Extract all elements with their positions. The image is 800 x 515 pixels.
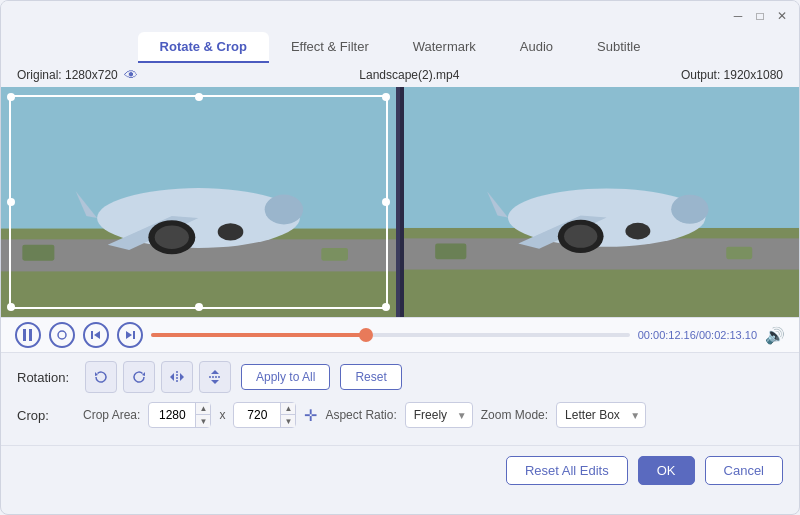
footer: Reset All Edits OK Cancel [1,445,799,495]
crop-height-input[interactable] [234,408,280,422]
svg-rect-23 [726,247,752,259]
main-window: ─ □ ✕ Rotate & Crop Effect & Filter Wate… [0,0,800,515]
reset-all-edits-button[interactable]: Reset All Edits [506,456,628,485]
aspect-ratio-label: Aspect Ratio: [325,408,396,422]
svg-point-26 [58,331,66,339]
crosshair-icon: ✛ [304,406,317,425]
svg-point-20 [564,225,597,248]
playback-time: 00:00:12.16/00:02:13.10 [638,329,757,341]
crop-height-down[interactable]: ▼ [281,415,295,427]
crop-width-input[interactable] [149,408,195,422]
step-back-button[interactable] [83,322,109,348]
tab-subtitle[interactable]: Subtitle [575,32,662,63]
ok-button[interactable]: OK [638,456,695,485]
output-resolution-label: Output: 1920x1080 [681,68,783,82]
filename-label: Landscape(2).mp4 [359,68,459,82]
minimize-button[interactable]: ─ [731,9,745,23]
progress-fill [151,333,366,337]
crop-height-spinners: ▲ ▼ [280,403,295,427]
svg-rect-24 [23,329,26,341]
tab-audio[interactable]: Audio [498,32,575,63]
svg-marker-35 [180,373,184,381]
tab-effect-filter[interactable]: Effect & Filter [269,32,391,63]
crop-height-up[interactable]: ▲ [281,403,295,415]
rotation-row: Rotation: Apply to All Reset [17,361,783,393]
flip-horizontal-button[interactable] [161,361,193,393]
svg-marker-34 [170,373,174,381]
reset-rotation-button[interactable]: Reset [340,364,401,390]
close-button[interactable]: ✕ [775,9,789,23]
tab-watermark[interactable]: Watermark [391,32,498,63]
play-pause-button[interactable] [15,322,41,348]
crop-handle-tr[interactable] [382,93,390,101]
crop-handle-bm[interactable] [195,303,203,311]
tab-rotate-crop[interactable]: Rotate & Crop [138,32,269,63]
crop-height-input-wrap: ▲ ▼ [233,402,296,428]
video-panels [1,87,799,317]
rotate-ccw-button[interactable] [85,361,117,393]
stop-button[interactable] [49,322,75,348]
video-preview-right [404,87,799,317]
aspect-ratio-select-wrap: Freely 16:9 4:3 1:1 9:16 ▼ [405,402,473,428]
svg-marker-38 [211,380,219,384]
progress-bar[interactable] [151,333,630,337]
svg-rect-25 [29,329,32,341]
crop-area-label: Crop Area: [83,408,140,422]
video-original-info: Original: 1280x720 👁 [17,67,138,83]
crop-handle-mr[interactable] [382,198,390,206]
crop-handle-ml[interactable] [7,198,15,206]
crop-width-input-wrap: ▲ ▼ [148,402,211,428]
window-controls: ─ □ ✕ [731,9,789,23]
tabs-bar: Rotate & Crop Effect & Filter Watermark … [1,25,799,63]
rotation-buttons [85,361,231,393]
svg-point-16 [671,195,708,224]
title-bar: ─ □ ✕ [1,1,799,25]
progress-thumb[interactable] [359,328,373,342]
apply-to-all-button[interactable]: Apply to All [241,364,330,390]
aspect-ratio-select[interactable]: Freely 16:9 4:3 1:1 9:16 [405,402,473,428]
zoom-mode-select[interactable]: Letter Box Pan & Scan Full [556,402,646,428]
rotation-label: Rotation: [17,370,75,385]
video-output-info: Output: 1920x1080 [681,68,783,82]
svg-marker-37 [211,370,219,374]
svg-point-21 [625,223,650,240]
video-panel-right [404,87,799,317]
video-filename: Landscape(2).mp4 [359,68,459,82]
controls-section: Rotation: Apply to All Reset Crop: [1,353,799,445]
crop-label: Crop: [17,408,75,423]
maximize-button[interactable]: □ [753,9,767,23]
original-resolution-label: Original: 1280x720 [17,68,118,82]
step-forward-button[interactable] [117,322,143,348]
cancel-button[interactable]: Cancel [705,456,783,485]
flip-vertical-button[interactable] [199,361,231,393]
crop-handle-br[interactable] [382,303,390,311]
crop-overlay[interactable] [9,95,388,309]
crop-width-spinners: ▲ ▼ [195,403,210,427]
eye-icon[interactable]: 👁 [124,67,138,83]
zoom-mode-select-wrap: Letter Box Pan & Scan Full ▼ [556,402,646,428]
crop-width-down[interactable]: ▼ [196,415,210,427]
volume-icon[interactable]: 🔊 [765,326,785,345]
svg-rect-30 [133,331,135,339]
video-section [1,87,799,317]
rotate-cw-button[interactable] [123,361,155,393]
crop-handle-bl[interactable] [7,303,15,311]
video-preview-left [1,87,396,317]
zoom-mode-label: Zoom Mode: [481,408,548,422]
svg-marker-29 [126,331,132,339]
playback-bar: 00:00:12.16/00:02:13.10 🔊 [1,317,799,353]
video-panel-left [1,87,400,317]
svg-rect-22 [435,244,466,260]
crop-handle-tm[interactable] [195,93,203,101]
svg-marker-27 [94,331,100,339]
crop-width-up[interactable]: ▲ [196,403,210,415]
video-info-bar: Original: 1280x720 👁 Landscape(2).mp4 Ou… [1,63,799,87]
svg-rect-28 [91,331,93,339]
x-separator: x [219,408,225,422]
crop-row: Crop: Crop Area: ▲ ▼ x ▲ ▼ ✛ Aspect Rati… [17,399,783,431]
crop-handle-tl[interactable] [7,93,15,101]
